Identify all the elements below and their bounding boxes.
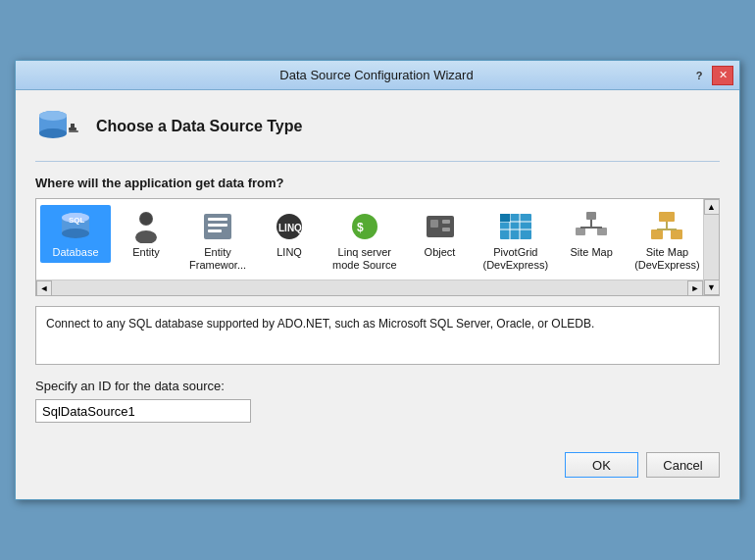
title-controls: ? ✕ — [688, 66, 733, 85]
svg-rect-26 — [442, 220, 450, 224]
id-label: Specify an ID for the data source: — [35, 379, 720, 393]
scroll-track-h — [52, 280, 687, 295]
datasource-label-object: Object — [425, 246, 456, 259]
svg-point-10 — [62, 229, 89, 238]
svg-rect-4 — [69, 127, 76, 130]
svg-rect-42 — [671, 229, 682, 239]
datasource-label-linq: LINQ — [277, 246, 302, 259]
datasource-label-ef: EntityFramewor... — [189, 246, 246, 272]
description-box: Connect to any SQL database supported by… — [35, 306, 720, 365]
button-bar: OK Cancel — [35, 452, 720, 484]
id-input[interactable] — [35, 399, 251, 423]
svg-rect-17 — [208, 218, 227, 221]
datasource-item-pivotgrid[interactable]: PivotGrid(DevExpress) — [476, 205, 557, 276]
scroll-track-v — [704, 215, 719, 280]
vertical-scrollbar[interactable]: ▲ ▼ — [703, 199, 719, 295]
scroll-right-arrow[interactable]: ► — [687, 280, 703, 296]
entity-framework-icon — [200, 209, 235, 244]
svg-rect-36 — [597, 228, 607, 235]
svg-rect-7 — [69, 130, 78, 132]
horizontal-scrollbar[interactable]: ◄ ► — [36, 280, 703, 295]
wizard-window: Data Source Configuration Wizard ? ✕ — [15, 60, 740, 500]
question-label: Where will the application get data from… — [35, 176, 720, 190]
svg-text:SQL: SQL — [69, 216, 85, 225]
svg-point-2 — [39, 128, 67, 138]
datasource-label-sitemap: Site Map — [570, 246, 612, 259]
svg-rect-5 — [71, 124, 73, 127]
datasource-item-sitemap[interactable]: Site Map — [556, 205, 627, 263]
datasource-label-database: Database — [52, 246, 98, 259]
svg-point-15 — [140, 213, 152, 225]
scroll-left-arrow[interactable]: ◄ — [36, 280, 52, 296]
datasource-item-linq[interactable]: LINQ LINQ — [254, 205, 325, 263]
datasource-item-entity[interactable]: Entity — [111, 205, 181, 263]
linq-server-icon: $ — [347, 209, 382, 244]
datasource-label-pivotgrid: PivotGrid(DevExpress) — [483, 246, 549, 272]
wizard-icon — [35, 106, 82, 147]
svg-rect-35 — [576, 228, 585, 235]
scroll-down-arrow[interactable]: ▼ — [704, 280, 720, 295]
svg-rect-34 — [586, 212, 596, 220]
svg-rect-27 — [442, 228, 450, 231]
svg-rect-41 — [651, 229, 663, 239]
object-icon — [423, 209, 458, 244]
sitemap-icon — [574, 209, 609, 244]
title-bar: Data Source Configuration Wizard ? ✕ — [16, 61, 739, 90]
datasource-item-sitemap-devexpress[interactable]: Site Map(DevExpress) — [627, 205, 708, 276]
datasource-list-container: SQL Database Entity — [35, 198, 720, 296]
description-text: Connect to any SQL database supported by… — [46, 317, 594, 331]
svg-rect-33 — [500, 214, 510, 222]
datasource-item-object[interactable]: Object — [405, 205, 476, 263]
svg-point-3 — [39, 111, 67, 121]
svg-text:$: $ — [357, 221, 364, 234]
page-title: Choose a Data Source Type — [96, 118, 302, 135]
wizard-header: Choose a Data Source Type — [35, 106, 720, 162]
svg-rect-18 — [208, 224, 227, 227]
datasource-item-database[interactable]: SQL Database — [40, 205, 111, 263]
datasource-item-linq-server[interactable]: $ Linq servermode Source — [325, 205, 404, 276]
datasource-label-sitemap-dx: Site Map(DevExpress) — [634, 246, 700, 272]
datasource-item-entity-framework[interactable]: EntityFramewor... — [181, 205, 254, 276]
pivotgrid-icon — [498, 209, 533, 244]
scroll-up-arrow[interactable]: ▲ — [704, 199, 720, 215]
sitemap-devexpress-icon — [649, 209, 684, 244]
svg-rect-6 — [73, 124, 75, 127]
help-button[interactable]: ? — [688, 66, 710, 85]
wizard-content: Choose a Data Source Type Where will the… — [16, 90, 739, 499]
datasource-label-entity: Entity — [132, 246, 160, 259]
svg-rect-19 — [208, 229, 222, 232]
entity-icon — [128, 209, 164, 244]
svg-point-22 — [352, 214, 378, 239]
database-icon: SQL — [58, 209, 93, 244]
datasource-label-linq-server: Linq servermode Source — [332, 246, 396, 272]
svg-text:LINQ: LINQ — [278, 223, 302, 233]
svg-point-14 — [135, 230, 157, 243]
window-title: Data Source Configuration Wizard — [65, 68, 688, 82]
ok-button[interactable]: OK — [565, 452, 638, 478]
datasource-header-icon — [35, 106, 82, 147]
close-button[interactable]: ✕ — [712, 66, 733, 85]
svg-rect-25 — [430, 220, 438, 228]
cancel-button[interactable]: Cancel — [646, 452, 720, 478]
linq-icon: LINQ — [272, 209, 307, 244]
svg-rect-40 — [659, 212, 675, 222]
